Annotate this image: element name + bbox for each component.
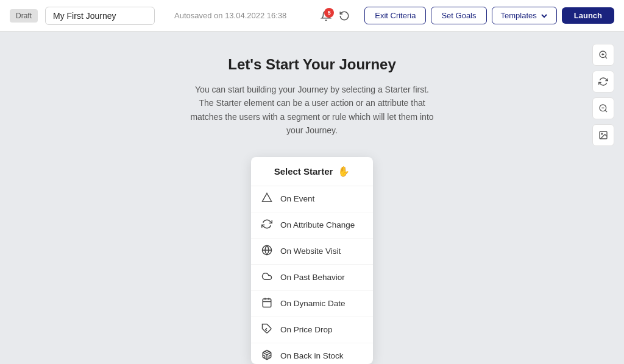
right-toolbar: [592, 44, 614, 146]
on-attribute-change-label: On Attribute Change: [280, 220, 355, 229]
on-price-drop-label: On Price Drop: [280, 325, 333, 334]
starter-item-on-past-behavior[interactable]: On Past Behavior: [251, 265, 373, 291]
canvas-description: You can start building your Journey by s…: [190, 83, 434, 138]
svg-line-13: [605, 110, 607, 112]
journey-name-input[interactable]: [45, 7, 155, 25]
autosave-text: Autosaved on 13.04.2022 16:38: [174, 11, 313, 20]
notification-count-badge: 5: [324, 8, 334, 18]
starter-item-on-event[interactable]: On Event: [251, 186, 373, 212]
svg-marker-0: [263, 193, 272, 201]
svg-point-16: [601, 133, 603, 135]
on-past-behavior-label: On Past Behavior: [280, 273, 345, 282]
starter-card: Select Starter ✋ On Event: [251, 157, 373, 364]
header-icons: 5: [321, 8, 352, 24]
zoom-out-button[interactable]: [592, 97, 614, 119]
on-dynamic-date-label: On Dynamic Date: [280, 299, 346, 308]
svg-rect-2: [263, 299, 271, 307]
starter-item-on-back-in-stock[interactable]: On Back in Stock: [251, 343, 373, 364]
templates-button[interactable]: Templates: [492, 7, 557, 24]
undo-button[interactable]: [336, 8, 352, 24]
on-price-drop-icon: [261, 323, 273, 337]
header-actions: Exit Criteria Set Goals Templates Launch: [364, 7, 614, 24]
on-dynamic-date-icon: [261, 297, 273, 310]
launch-button[interactable]: Launch: [562, 7, 614, 24]
starter-item-on-price-drop[interactable]: On Price Drop: [251, 317, 373, 343]
draft-badge: Draft: [10, 9, 38, 23]
on-website-visit-icon: [261, 245, 273, 258]
starter-item-on-website-visit[interactable]: On Website Visit: [251, 239, 373, 265]
on-event-icon: [261, 192, 273, 206]
starter-item-on-attribute-change[interactable]: On Attribute Change: [251, 212, 373, 239]
canvas-title: Let's Start Your Journey: [228, 56, 396, 73]
svg-line-9: [605, 57, 607, 58]
starter-item-on-dynamic-date[interactable]: On Dynamic Date: [251, 291, 373, 317]
on-event-label: On Event: [280, 194, 314, 203]
on-past-behavior-icon: [261, 271, 273, 284]
notifications-button[interactable]: 5: [321, 10, 332, 21]
zoom-in-button[interactable]: [592, 44, 614, 66]
hand-pointer-icon: ✋: [338, 166, 350, 177]
on-back-in-stock-label: On Back in Stock: [280, 351, 344, 360]
on-back-in-stock-icon: [261, 349, 273, 363]
image-view-button[interactable]: [592, 124, 614, 146]
starter-card-header: Select Starter ✋: [251, 157, 373, 186]
exit-criteria-button[interactable]: Exit Criteria: [364, 7, 426, 24]
journey-canvas: Let's Start Your Journey You can start b…: [0, 32, 624, 364]
starter-header-label: Select Starter: [274, 166, 333, 177]
refresh-view-button[interactable]: [592, 71, 614, 93]
set-goals-button[interactable]: Set Goals: [431, 7, 486, 24]
header: Draft Autosaved on 13.04.2022 16:38 5 Ex…: [0, 0, 624, 32]
on-attribute-change-icon: [261, 219, 273, 232]
on-website-visit-label: On Website Visit: [280, 247, 341, 256]
